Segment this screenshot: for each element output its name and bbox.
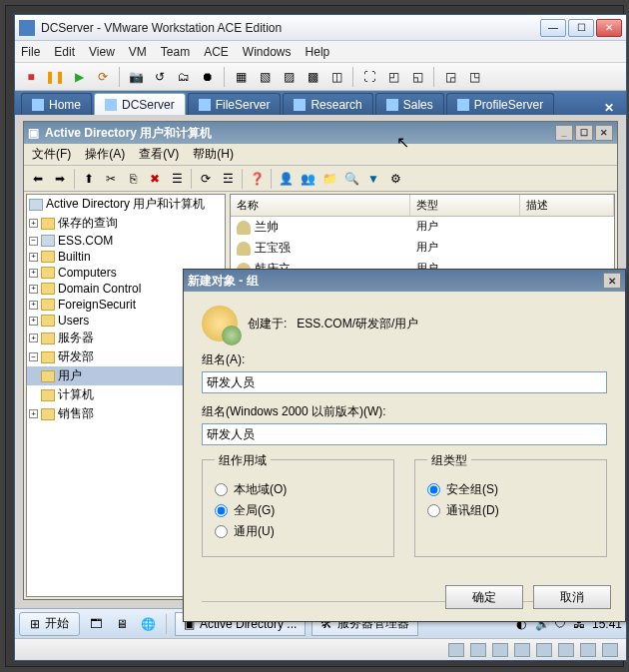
tb-icon-4[interactable]: ▩ (303, 67, 322, 87)
scope-universal-radio[interactable] (215, 525, 228, 538)
win2000-name-input[interactable] (202, 423, 607, 445)
ad-menu-file[interactable]: 文件(F) (32, 146, 71, 163)
menu-team[interactable]: Team (161, 45, 190, 59)
revert-icon[interactable]: ↺ (150, 67, 170, 87)
fullscreen-icon[interactable]: ⛶ (359, 67, 379, 87)
tab-close-icon[interactable]: ✕ (598, 101, 620, 115)
monitor-icon (105, 99, 117, 111)
list-row[interactable]: 兰帅用户 (231, 217, 614, 238)
tb-icon-6[interactable]: ◱ (407, 67, 427, 87)
properties-icon[interactable]: ☰ (167, 169, 187, 189)
tab-dcserver[interactable]: DCServer (94, 93, 186, 115)
snapshot-icon[interactable]: 📷 (126, 67, 146, 87)
status-sound-icon[interactable] (558, 643, 574, 657)
refresh-icon[interactable]: ⟳ (196, 169, 216, 189)
col-desc[interactable]: 描述 (520, 195, 614, 216)
delete-icon[interactable]: ✖ (145, 169, 165, 189)
tb-icon-5[interactable]: ◫ (326, 67, 346, 87)
type-dist-radio[interactable] (427, 504, 440, 517)
ad-menu-view[interactable]: 查看(V) (139, 146, 179, 163)
tab-sales[interactable]: Sales (375, 93, 444, 115)
domain-icon (41, 235, 55, 247)
filter-icon[interactable]: ▼ (363, 169, 383, 189)
tb-icon-3[interactable]: ▨ (279, 67, 299, 87)
forward-icon[interactable]: ➡ (50, 169, 70, 189)
quick-explorer-icon[interactable]: 🗔 (86, 614, 106, 634)
tab-research[interactable]: Research (283, 93, 372, 115)
reset-icon[interactable]: ⟳ (93, 67, 113, 87)
tree-saved[interactable]: +保存的查询 (27, 214, 225, 233)
menu-help[interactable]: Help (306, 45, 330, 59)
tab-home[interactable]: Home (21, 93, 92, 115)
ou-icon (41, 351, 55, 363)
up-icon[interactable]: ⬆ (79, 169, 99, 189)
new-user-icon[interactable]: 👤 (276, 169, 296, 189)
tb-icon-1[interactable]: ▦ (231, 67, 251, 87)
status-net-icon[interactable] (514, 643, 530, 657)
vmware-toolbar: ■ ❚❚ ▶ ⟳ 📷 ↺ 🗂 ⏺ ▦ ▧ ▨ ▩ ◫ ⛶ ◰ ◱ ◲ ◳ (15, 63, 626, 91)
menu-file[interactable]: File (21, 45, 40, 59)
scope-global-radio[interactable] (215, 504, 228, 517)
start-button[interactable]: ⊞开始 (19, 612, 80, 636)
ok-button[interactable]: 确定 (445, 585, 523, 609)
col-type[interactable]: 类型 (410, 195, 520, 216)
tree-builtin[interactable]: +Builtin (27, 249, 225, 265)
quick-ie-icon[interactable]: 🌐 (138, 614, 158, 634)
ad-close-button[interactable]: ✕ (595, 125, 613, 141)
stop-icon[interactable]: ■ (21, 67, 41, 87)
cancel-button[interactable]: 取消 (533, 585, 611, 609)
close-button[interactable]: ✕ (596, 19, 622, 37)
ad-menu-help[interactable]: 帮助(H) (193, 146, 234, 163)
minimize-button[interactable]: — (540, 19, 566, 37)
list-icon[interactable]: ☲ (218, 169, 238, 189)
status-cd-icon[interactable] (470, 643, 486, 657)
pause-icon[interactable]: ❚❚ (45, 67, 65, 87)
new-group-icon[interactable]: 👥 (298, 169, 317, 189)
status-usb-icon[interactable] (536, 643, 552, 657)
ad-minimize-button[interactable]: _ (555, 125, 573, 141)
help-icon[interactable]: ❓ (247, 169, 267, 189)
tb-icon-2[interactable]: ▧ (255, 67, 275, 87)
cut-icon[interactable]: ✂ (101, 169, 121, 189)
col-name[interactable]: 名称 (231, 195, 410, 216)
ad-menu-action[interactable]: 操作(A) (85, 146, 125, 163)
manage-snapshot-icon[interactable]: 🗂 (174, 67, 194, 87)
menu-windows[interactable]: Windows (243, 45, 292, 59)
tree-domain[interactable]: −ESS.COM (27, 233, 225, 249)
folder-icon (41, 218, 55, 230)
win2000-name-label: 组名(Windows 2000 以前版本)(W): (202, 403, 607, 420)
menu-view[interactable]: View (89, 45, 115, 59)
unity-icon[interactable]: ◰ (383, 67, 403, 87)
status-printer-icon[interactable] (580, 643, 596, 657)
tb-icon-7[interactable]: ◲ (440, 67, 460, 87)
status-hd-icon[interactable] (448, 643, 464, 657)
find-icon[interactable]: 🔍 (341, 169, 361, 189)
dialog-close-button[interactable]: ✕ (603, 273, 621, 289)
group-type-fieldset: 组类型 安全组(S) 通讯组(D) (414, 459, 607, 557)
tab-profileserver[interactable]: ProfileServer (446, 93, 554, 115)
scope-local-radio[interactable] (215, 483, 228, 496)
new-ou-icon[interactable]: 📁 (319, 169, 339, 189)
quick-desktop-icon[interactable]: 🖥 (112, 614, 132, 634)
group-icon (202, 306, 238, 341)
ou-icon (41, 370, 55, 382)
copy-icon[interactable]: ⎘ (123, 169, 143, 189)
tab-fileserver[interactable]: FileServer (188, 93, 282, 115)
menu-ace[interactable]: ACE (204, 45, 229, 59)
back-icon[interactable]: ⬅ (28, 169, 48, 189)
monitor-icon (457, 99, 469, 111)
ou-icon (41, 389, 55, 401)
type-security-radio[interactable] (427, 483, 440, 496)
menu-vm[interactable]: VM (129, 45, 147, 59)
options-icon[interactable]: ⚙ (385, 169, 405, 189)
menu-edit[interactable]: Edit (54, 45, 75, 59)
status-tools-icon[interactable] (602, 643, 618, 657)
record-icon[interactable]: ⏺ (198, 67, 218, 87)
play-icon[interactable]: ▶ (69, 67, 89, 87)
list-row[interactable]: 王宝强用户 (231, 238, 614, 259)
tb-icon-8[interactable]: ◳ (464, 67, 484, 87)
status-floppy-icon[interactable] (492, 643, 508, 657)
maximize-button[interactable]: ☐ (568, 19, 594, 37)
group-name-input[interactable] (202, 371, 607, 393)
ad-maximize-button[interactable]: ☐ (575, 125, 593, 141)
